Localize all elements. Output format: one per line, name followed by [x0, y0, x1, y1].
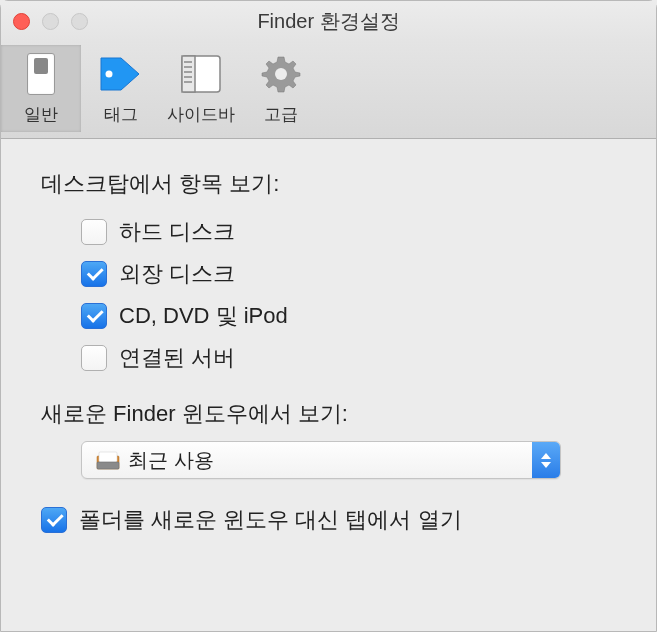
- desktop-items-title: 데스크탑에서 항목 보기:: [41, 169, 616, 199]
- window-title: Finder 환경설정: [1, 8, 656, 35]
- window-controls: [13, 13, 88, 30]
- tab-advanced[interactable]: 고급: [241, 45, 321, 132]
- sidebar-icon: [181, 51, 221, 97]
- maximize-button[interactable]: [71, 13, 88, 30]
- titlebar: Finder 환경설정: [1, 1, 656, 41]
- svg-point-0: [106, 71, 113, 78]
- tab-label: 태그: [104, 103, 138, 126]
- tag-icon: [99, 51, 143, 97]
- tab-label: 고급: [264, 103, 298, 126]
- minimize-button[interactable]: [42, 13, 59, 30]
- tab-general[interactable]: 일반: [1, 45, 81, 132]
- dropdown-selected-label: 최근 사용: [128, 447, 214, 474]
- dropdown-arrows-icon: [532, 442, 560, 478]
- checkbox-hard-disks[interactable]: [81, 219, 107, 245]
- checkbox-label: CD, DVD 및 iPod: [119, 301, 288, 331]
- checkbox-row-tabs: 폴더를 새로운 윈도우 대신 탭에서 열기: [41, 499, 616, 541]
- general-icon: [27, 51, 55, 97]
- checkbox-row-connected-servers: 연결된 서버: [41, 337, 616, 379]
- tab-tags[interactable]: 태그: [81, 45, 161, 132]
- tab-sidebar[interactable]: 사이드바: [161, 45, 241, 132]
- close-button[interactable]: [13, 13, 30, 30]
- svg-rect-10: [99, 452, 117, 462]
- new-window-title: 새로운 Finder 윈도우에서 보기:: [41, 399, 616, 429]
- checkbox-label: 연결된 서버: [119, 343, 235, 373]
- checkbox-row-hard-disks: 하드 디스크: [41, 211, 616, 253]
- checkbox-label: 외장 디스크: [119, 259, 235, 289]
- checkbox-label: 폴더를 새로운 윈도우 대신 탭에서 열기: [79, 505, 462, 535]
- checkbox-label: 하드 디스크: [119, 217, 235, 247]
- preferences-window: Finder 환경설정 일반 태그: [0, 0, 657, 632]
- content-area: 데스크탑에서 항목 보기: 하드 디스크 외장 디스크 CD, DVD 및 iP…: [1, 139, 656, 571]
- gear-icon: [260, 51, 302, 97]
- tab-label: 사이드바: [167, 103, 235, 126]
- toolbar: 일반 태그: [1, 41, 656, 139]
- svg-rect-11: [97, 462, 119, 469]
- checkbox-row-cds-dvds: CD, DVD 및 iPod: [41, 295, 616, 337]
- svg-point-8: [275, 68, 287, 80]
- checkbox-external-disks[interactable]: [81, 261, 107, 287]
- checkbox-connected-servers[interactable]: [81, 345, 107, 371]
- new-window-dropdown[interactable]: 최근 사용: [81, 441, 561, 479]
- checkbox-cds-dvds[interactable]: [81, 303, 107, 329]
- tab-label: 일반: [24, 103, 58, 126]
- checkbox-open-in-tabs[interactable]: [41, 507, 67, 533]
- checkbox-row-external-disks: 외장 디스크: [41, 253, 616, 295]
- recents-icon: [94, 450, 122, 470]
